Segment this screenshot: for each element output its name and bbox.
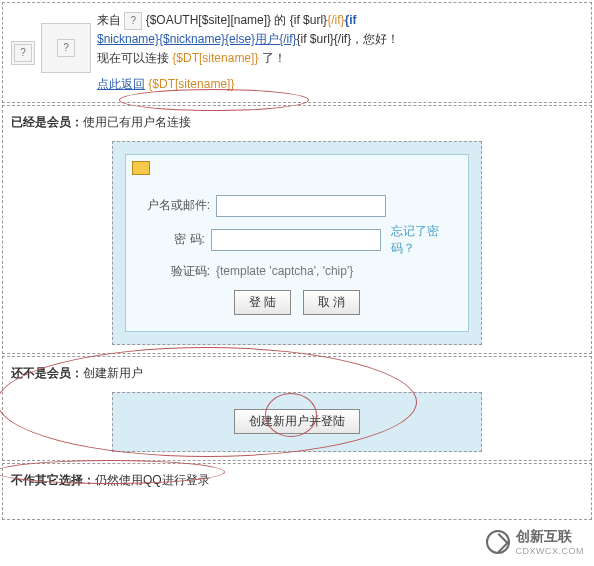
create-user-button[interactable]: 创建新用户并登陆 (234, 409, 360, 434)
le-text: 了！ (262, 51, 286, 65)
now-connect-text: 现在可以连接 (97, 51, 169, 65)
forgot-password-link[interactable]: 忘记了密码？ (391, 223, 458, 257)
broken-image-icon: ? (57, 39, 75, 57)
username-input[interactable] (216, 195, 386, 217)
from-label: 来自 (97, 13, 121, 27)
welcome-text-block: 来自 ? {$OAUTH[$site][name]} 的 {if $url}{/… (97, 11, 583, 94)
existing-member-title: 已经是会员：使用已有用户名连接 (11, 114, 583, 131)
endif-token: {/if} (327, 13, 344, 27)
qq-login-title: 不作其它选择：仍然使用QQ进行登录 (11, 472, 583, 489)
username-label: 户名或邮件: (136, 197, 216, 214)
new-member-title: 还不是会员：创建新用户 (11, 365, 583, 382)
login-button[interactable]: 登 陆 (234, 290, 291, 315)
login-box: 户名或邮件: 密 码: 忘记了密码？ 验证码: {template 'captc… (112, 141, 482, 345)
if-token: {if (344, 13, 356, 27)
return-prefix: 点此返回 (97, 77, 145, 91)
captcha-template: {template 'captcha', 'chip'} (216, 264, 353, 278)
password-input[interactable] (211, 229, 381, 251)
oauth-site-var: {$OAUTH[$site][name]} (146, 13, 271, 27)
avatar-placeholder-large: ? (41, 23, 91, 73)
return-var: {$DT[sitename]} (148, 77, 234, 91)
dt-sitename: {$DT[sitename]} (172, 51, 258, 65)
return-link[interactable]: 点此返回 {$DT[sitename]} (97, 75, 234, 94)
broken-image-icon: ? (14, 44, 32, 62)
endif-2: {/if} (334, 32, 351, 46)
create-user-box: 创建新用户并登陆 (112, 392, 482, 452)
oauth-welcome-section: ? ? 来自 ? {$OAUTH[$site][name]} 的 {if $ur… (2, 2, 592, 103)
if-url-2: {if $url} (296, 32, 333, 46)
of-label: 的 (274, 13, 289, 27)
verify-label: 验证码: (136, 263, 216, 280)
avatar-placeholder-small: ? (11, 41, 35, 65)
new-member-section: 还不是会员：创建新用户 创建新用户并登陆 (2, 356, 592, 461)
if-url-open: {if $url} (290, 13, 327, 27)
folder-icon (132, 161, 150, 175)
hello-text: ，您好！ (351, 32, 399, 46)
login-form: 户名或邮件: 密 码: 忘记了密码？ 验证码: {template 'captc… (125, 154, 469, 332)
existing-member-section: 已经是会员：使用已有用户名连接 户名或邮件: 密 码: 忘记了密码？ 验证码: … (2, 105, 592, 354)
password-label: 密 码: (136, 231, 211, 248)
broken-image-icon: ? (124, 12, 142, 30)
nickname-link[interactable]: $nickname}{$nickname}{else}用户{/if} (97, 32, 296, 46)
qq-login-section: 不作其它选择：仍然使用QQ进行登录 (2, 463, 592, 520)
cancel-button[interactable]: 取 消 (303, 290, 360, 315)
